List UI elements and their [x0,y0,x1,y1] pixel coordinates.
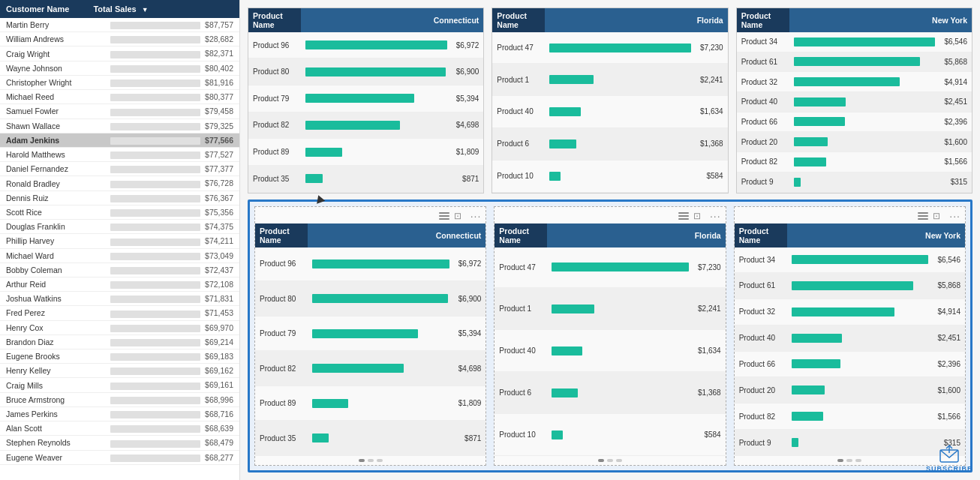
lines-icon[interactable] [918,212,928,220]
chart-row: Product 82 $1,566 [735,404,965,430]
product-name-cell: Product 35 [248,165,301,192]
product-name-cell: Product 10 [495,414,547,456]
bar-background [110,109,200,116]
table-row[interactable]: Douglas Franklin $74,375 [0,220,239,234]
chart-row: Product 89 $1,809 [248,139,483,166]
chart-bar [794,158,826,166]
table-row[interactable]: Eugene Weaver $68,277 [0,450,239,464]
table-row[interactable]: Eugene Brooks $69,183 [0,350,239,364]
more-options-icon[interactable]: ··· [710,210,721,222]
table-row[interactable]: Stephen Reynolds $68,479 [0,436,239,450]
lines-icon[interactable] [439,212,449,220]
chart-row: Product 35 $871 [255,421,485,456]
chart-row: Product 80 $6,900 [248,58,483,86]
customer-name-cell: Stephen Reynolds [0,436,87,450]
table-row[interactable]: Bruce Armstrong $68,996 [0,392,239,406]
bar-background [110,166,200,173]
sales-bar-cell: $77,377 [87,162,239,176]
chart-toolbar: ⊡ ··· [495,207,725,224]
sales-bar-cell: $68,277 [87,450,239,464]
value-cell: $5,868 [933,272,965,298]
bar-cell [301,112,452,139]
table-row[interactable]: Samuel Fowler $79,458 [0,104,239,118]
chart-bar [312,434,329,442]
bar-background [110,22,200,29]
chart-card-newyork-top: Product Name New York Product 34 $6,546 … [736,8,972,194]
chart-bar [792,255,929,264]
product-name-cell: Product 34 [737,32,789,52]
table-row[interactable]: Henry Cox $69,970 [0,320,239,334]
bar-background [110,94,200,101]
sales-bar-cell: $80,377 [87,90,239,104]
bar-background [110,310,200,318]
table-row[interactable]: Harold Matthews $77,527 [0,147,239,161]
chart-bar [794,38,936,46]
charts-bottom-row: ⊡ ··· Product Name Connecticut Product 9… [248,200,972,473]
sales-bar-cell: $76,367 [87,190,239,205]
chart-row: Product 20 $1,600 [737,132,972,152]
customer-name-cell: Bobby Coleman [0,262,87,277]
chart-row: Product 34 $6,546 [735,248,965,273]
sales-bar-cell: $80,402 [87,61,239,75]
table-row[interactable]: Scott Rice $75,356 [0,205,239,219]
chart-bar [794,178,801,187]
customer-name-cell: Michael Reed [0,90,87,104]
table-row[interactable]: Joshua Watkins $71,831 [0,292,239,306]
chart-bar [792,308,894,316]
table-row[interactable]: Bobby Coleman $72,437 [0,262,239,277]
more-options-icon[interactable]: ··· [470,210,482,222]
value-cell: $2,241 [696,64,728,96]
bar-background [110,411,200,418]
bar-cell [789,132,940,152]
customer-name-cell: Scott Rice [0,205,87,219]
value-cell: $6,900 [452,58,484,86]
table-row[interactable]: Brandon Diaz $69,214 [0,334,239,349]
bar-background [110,296,200,303]
bar-cell [787,404,933,430]
table-row[interactable]: Wayne Johnson $80,402 [0,61,239,75]
col-total-sales[interactable]: Total Sales ▼ [87,0,239,18]
bar-cell [301,32,452,58]
customer-name-cell: Brandon Diaz [0,334,87,349]
expand-icon[interactable]: ⊡ [693,211,705,221]
table-row[interactable]: Michael Ward $73,049 [0,248,239,262]
table-row[interactable]: Craig Mills $69,161 [0,378,239,392]
chart-bar [794,77,900,86]
table-row[interactable]: Craig Wright $82,371 [0,46,239,61]
more-options-icon[interactable]: ··· [949,210,960,222]
table-row[interactable]: Michael Reed $80,377 [0,90,239,104]
col-customer-name[interactable]: Customer Name [0,0,87,18]
scroll-dot [607,459,613,462]
product-name-cell: Product 40 [495,330,547,372]
table-row[interactable]: Arthur Reid $72,108 [0,277,239,291]
scroll-indicators [255,456,485,465]
sales-bar-cell: $72,108 [87,277,239,291]
table-row[interactable]: Phillip Harvey $74,211 [0,234,239,248]
table-row[interactable]: Shawn Wallace $79,325 [0,118,239,133]
bar-cell [787,377,933,404]
value-cell: $1,600 [939,132,972,152]
subscribe-button[interactable]: SUBSCRIBE [926,444,972,472]
lines-icon[interactable] [678,212,689,220]
table-row[interactable]: Fred Perez $71,453 [0,306,239,320]
table-row[interactable]: Christopher Wright $81,916 [0,75,239,89]
value-cell: $2,241 [693,288,726,330]
table-row[interactable]: Ronald Bradley $76,728 [0,176,239,190]
chart-row: Product 35 $871 [248,165,483,192]
table-row[interactable]: Henry Kelley $69,162 [0,364,239,378]
table-row[interactable]: Alan Scott $68,639 [0,422,239,436]
expand-icon[interactable]: ⊡ [933,211,945,221]
scroll-dot [359,459,365,462]
bar-cell [789,32,940,52]
product-name-cell: Product 32 [735,298,787,325]
table-row[interactable]: Martin Berry $87,757 [0,18,239,32]
table-row[interactable]: Daniel Fernandez $77,377 [0,162,239,176]
table-row[interactable]: Dennis Ruiz $76,367 [0,190,239,205]
sales-bar-cell: $71,831 [87,292,239,306]
product-name-cell: Product 1 [492,64,545,96]
table-row[interactable]: Adam Jenkins $77,566 [0,133,239,147]
table-row[interactable]: James Perkins $68,716 [0,406,239,421]
bar-background [110,123,200,130]
table-row[interactable]: William Andrews $28,682 [0,32,239,46]
expand-icon[interactable]: ⊡ [454,211,466,221]
